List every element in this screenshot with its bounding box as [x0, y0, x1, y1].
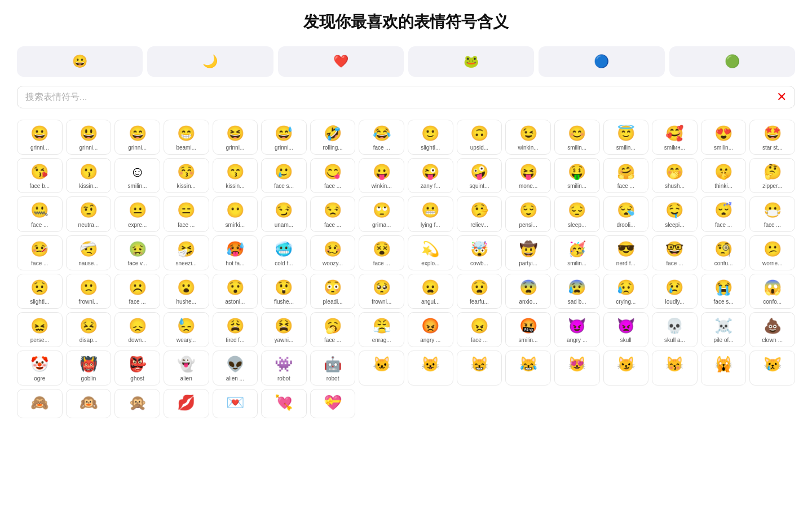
emoji-cell[interactable]: 🤖robot — [310, 351, 356, 386]
emoji-cell[interactable]: ☺️smilin... — [114, 158, 160, 193]
emoji-cell[interactable]: 😕worrie... — [749, 235, 795, 270]
emoji-cell[interactable]: 😝mone... — [505, 158, 551, 193]
emoji-cell[interactable]: 🙉 — [66, 389, 112, 418]
emoji-cell[interactable]: 😜zany f... — [408, 158, 453, 193]
emoji-cell[interactable]: 🤡ogre — [17, 351, 63, 386]
emoji-cell[interactable]: 👽alien ... — [213, 351, 258, 386]
emoji-cell[interactable]: 💩clown ... — [749, 312, 795, 347]
emoji-cell[interactable]: 🤢face v... — [114, 235, 160, 270]
emoji-cell[interactable]: 🥰smilин... — [652, 120, 698, 155]
emoji-cell[interactable]: 💀skull a... — [652, 312, 698, 347]
emoji-cell[interactable]: 🥺frowni... — [359, 274, 404, 309]
emoji-cell[interactable]: 😴face ... — [701, 196, 747, 231]
emoji-cell[interactable]: 🥶cold f... — [261, 235, 307, 270]
category-btn-symbols[interactable]: 🔵 — [539, 46, 664, 77]
emoji-cell[interactable]: 😧fearfu... — [457, 274, 502, 309]
emoji-cell[interactable]: 😽 — [652, 351, 698, 386]
category-btn-other[interactable]: 🟢 — [669, 46, 795, 77]
emoji-cell[interactable]: 😓weary... — [164, 312, 209, 347]
emoji-cell[interactable]: 👻alien — [164, 351, 209, 386]
emoji-cell[interactable]: 😷face ... — [749, 196, 795, 231]
emoji-cell[interactable]: 😙kissin... — [213, 158, 258, 193]
emoji-cell[interactable]: 😮hushe... — [164, 274, 209, 309]
emoji-cell[interactable]: 🙈 — [17, 389, 63, 418]
emoji-cell[interactable]: 😩tired f... — [213, 312, 258, 347]
emoji-cell[interactable]: 🤩star st... — [749, 120, 795, 155]
emoji-cell[interactable]: 😂face ... — [359, 120, 404, 155]
emoji-cell[interactable]: 😅grinni... — [261, 120, 307, 155]
emoji-cell[interactable]: 😒face ... — [310, 196, 356, 231]
emoji-cell[interactable]: 💌 — [213, 389, 258, 418]
emoji-cell[interactable]: 💘 — [261, 389, 307, 418]
emoji-cell[interactable]: 🤗face ... — [603, 158, 649, 193]
emoji-cell[interactable]: 😨anxio... — [505, 274, 551, 309]
emoji-cell[interactable]: 😠face ... — [457, 312, 502, 347]
emoji-cell[interactable]: 😘face b... — [17, 158, 63, 193]
emoji-cell[interactable]: 😶smirki... — [213, 196, 258, 231]
emoji-cell[interactable]: 🥱face ... — [310, 312, 356, 347]
emoji-cell[interactable]: 🤣rolling... — [310, 120, 356, 155]
emoji-cell[interactable]: 👺ghost — [114, 351, 160, 386]
emoji-cell[interactable]: 🙀 — [701, 351, 747, 386]
emoji-cell[interactable]: 🙄grima... — [359, 196, 404, 231]
emoji-cell[interactable]: 👾robot — [261, 351, 307, 386]
category-btn-animals[interactable]: 🐸 — [408, 46, 534, 77]
emoji-cell[interactable]: 🤤sleepi... — [652, 196, 698, 231]
emoji-cell[interactable]: 🤓face ... — [652, 235, 698, 270]
emoji-cell[interactable]: 😦angui... — [408, 274, 453, 309]
emoji-cell[interactable]: 🤕nause... — [66, 235, 112, 270]
emoji-cell[interactable]: 😿 — [749, 351, 795, 386]
emoji-cell[interactable]: 😪drooli... — [603, 196, 649, 231]
emoji-cell[interactable]: 😭face s... — [701, 274, 747, 309]
emoji-cell[interactable]: 👹goblin — [66, 351, 112, 386]
emoji-cell[interactable]: 💫explo... — [408, 235, 453, 270]
emoji-cell[interactable]: ☠️pile of... — [701, 312, 747, 347]
emoji-cell[interactable]: 🤥reliev... — [457, 196, 502, 231]
emoji-cell[interactable]: 🙊 — [114, 389, 160, 418]
emoji-cell[interactable]: 🙂slightl... — [408, 120, 453, 155]
emoji-cell[interactable]: 😏unam... — [261, 196, 307, 231]
emoji-cell[interactable]: 🐱 — [359, 351, 404, 386]
emoji-cell[interactable]: 🙃upsid... — [457, 120, 502, 155]
emoji-cell[interactable]: 🤑smilin... — [554, 158, 600, 193]
emoji-cell[interactable]: 🤪squint... — [457, 158, 502, 193]
emoji-cell[interactable]: 🤒face ... — [17, 235, 63, 270]
emoji-cell[interactable]: 🤯cowb... — [457, 235, 502, 270]
emoji-cell[interactable]: 😊smilin... — [554, 120, 600, 155]
emoji-cell[interactable]: 😐expre... — [114, 196, 160, 231]
emoji-cell[interactable]: 😄grinni... — [114, 120, 160, 155]
emoji-cell[interactable]: 🥲face s... — [261, 158, 307, 193]
emoji-cell[interactable]: 😌pensi... — [505, 196, 551, 231]
emoji-cell[interactable]: 😁beami... — [164, 120, 209, 155]
emoji-cell[interactable]: 🤔zipper... — [749, 158, 795, 193]
emoji-cell[interactable]: 😺 — [408, 351, 453, 386]
category-btn-hearts[interactable]: ❤️ — [278, 46, 404, 77]
emoji-cell[interactable]: 🤠partyi... — [505, 235, 551, 270]
emoji-cell[interactable]: 👿skull — [603, 312, 649, 347]
emoji-cell[interactable]: 😃grinni... — [66, 120, 112, 155]
emoji-cell[interactable]: 😥crying... — [603, 274, 649, 309]
emoji-cell[interactable]: 😞down... — [114, 312, 160, 347]
emoji-cell[interactable]: 🧐confu... — [701, 235, 747, 270]
emoji-cell[interactable]: 😑face ... — [164, 196, 209, 231]
emoji-cell[interactable]: 😢loudly... — [652, 274, 698, 309]
emoji-cell[interactable]: 😤enrag... — [359, 312, 404, 347]
emoji-cell[interactable]: 🥵hot fa... — [213, 235, 258, 270]
search-input[interactable] — [25, 92, 772, 102]
emoji-cell[interactable]: 😫yawni... — [261, 312, 307, 347]
emoji-cell[interactable]: 😸 — [457, 351, 502, 386]
emoji-cell[interactable]: 😵face ... — [359, 235, 404, 270]
category-btn-nature[interactable]: 🌙 — [147, 46, 273, 77]
clear-button[interactable]: ✕ — [776, 91, 787, 103]
emoji-cell[interactable]: 😎nerd f... — [603, 235, 649, 270]
emoji-cell[interactable]: 🤨neutra... — [66, 196, 112, 231]
category-btn-smileys[interactable]: 😀 — [17, 46, 143, 77]
emoji-cell[interactable]: 😔sleep... — [554, 196, 600, 231]
emoji-cell[interactable]: 😚kissin... — [164, 158, 209, 193]
emoji-cell[interactable]: 🤐face ... — [17, 196, 63, 231]
emoji-cell[interactable]: 😛winkin... — [359, 158, 404, 193]
emoji-cell[interactable]: 😈angry ... — [554, 312, 600, 347]
emoji-cell[interactable]: 🥴woozy... — [310, 235, 356, 270]
emoji-cell[interactable]: 🤫thinki... — [701, 158, 747, 193]
emoji-cell[interactable]: 😉winkin... — [505, 120, 551, 155]
